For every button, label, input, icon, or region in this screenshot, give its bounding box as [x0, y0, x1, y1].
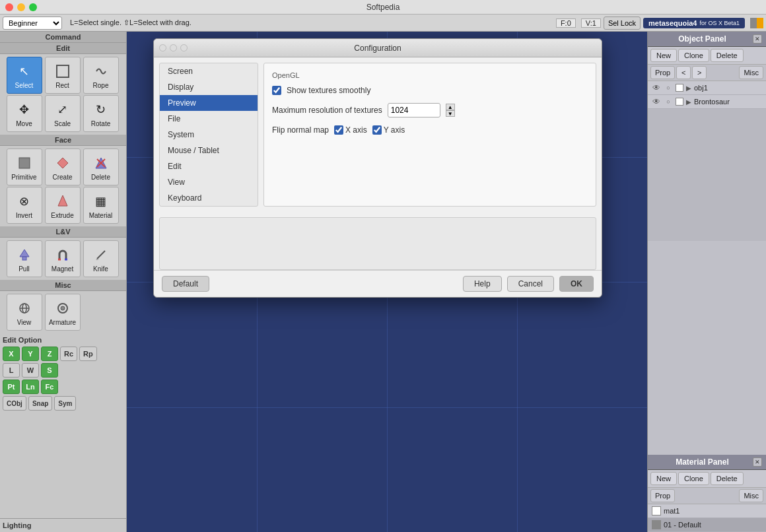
- nav-mouse-tablet[interactable]: Mouse / Tablet: [160, 143, 258, 158]
- material-prop-btn[interactable]: Prop: [650, 489, 675, 502]
- eye2-icon-obj1[interactable]: ○: [664, 83, 673, 92]
- material-delete-btn[interactable]: Delete: [711, 472, 744, 485]
- tool-view-label: View: [17, 319, 32, 326]
- cobj-btn[interactable]: CObj: [3, 396, 26, 411]
- minimize-button[interactable]: [17, 3, 25, 11]
- material-item-default[interactable]: 01 - Default: [648, 518, 766, 532]
- object-prop-btn[interactable]: Prop: [650, 66, 675, 79]
- tool-armature[interactable]: Armature: [45, 294, 81, 331]
- material-clone-btn[interactable]: Clone: [678, 472, 709, 485]
- ok-button[interactable]: OK: [559, 276, 594, 292]
- show-textures-checkbox[interactable]: [272, 86, 281, 95]
- y-axis-checkbox[interactable]: [372, 125, 382, 135]
- tool-rope[interactable]: Rope: [83, 57, 119, 94]
- tool-view[interactable]: View: [7, 294, 42, 331]
- tool-rect[interactable]: Rect: [45, 57, 81, 94]
- tool-invert[interactable]: ⊗ Invert: [7, 187, 42, 224]
- z-axis-btn[interactable]: Z: [41, 347, 58, 361]
- y-axis-btn[interactable]: Y: [22, 347, 39, 361]
- tool-rotate[interactable]: ↻ Rotate: [83, 95, 119, 132]
- material-panel-close[interactable]: ✕: [753, 457, 762, 467]
- cancel-button[interactable]: Cancel: [507, 276, 554, 292]
- tool-select[interactable]: ↖ Select: [7, 57, 42, 94]
- dialog-close-btn[interactable]: [159, 44, 166, 51]
- sel-lock-button[interactable]: Sel Lock: [604, 17, 641, 30]
- tool-move[interactable]: ✥ Move: [7, 95, 42, 132]
- help-button[interactable]: Help: [463, 276, 502, 292]
- s-btn[interactable]: S: [41, 363, 58, 378]
- eye-icon-obj1[interactable]: 👁: [652, 83, 661, 92]
- color-picker-icon[interactable]: [750, 18, 763, 28]
- material-item-mat1[interactable]: mat1: [648, 504, 766, 518]
- edit-option-row2: L W S: [3, 363, 123, 378]
- nav-display[interactable]: Display: [160, 79, 258, 95]
- tool-scale[interactable]: ⤢ Scale: [45, 95, 81, 132]
- max-res-input[interactable]: [388, 103, 440, 117]
- close-button[interactable]: [5, 3, 13, 11]
- object-item-brontosaur[interactable]: 👁 ○ ▶ Brontosaur: [648, 95, 766, 109]
- l-btn[interactable]: L: [3, 363, 20, 378]
- pt-btn[interactable]: Pt: [3, 380, 20, 394]
- window-controls[interactable]: [5, 3, 37, 11]
- nav-view[interactable]: View: [160, 174, 258, 190]
- object-panel-title: Object Panel: [652, 34, 753, 44]
- dialog-max-btn[interactable]: [180, 44, 188, 51]
- mode-select[interactable]: Beginner: [3, 17, 62, 30]
- center-viewport[interactable]: Configuration Screen Display Preview Fil…: [127, 32, 647, 532]
- object-item-obj1[interactable]: 👁 ○ ▶ obj1: [648, 81, 766, 95]
- tool-magnet[interactable]: Magnet: [45, 240, 81, 277]
- max-res-row: Maximum resolution of textures ▲ ▼: [272, 103, 588, 117]
- object-misc-btn[interactable]: Misc: [739, 66, 763, 79]
- nav-preview[interactable]: Preview: [160, 95, 258, 111]
- w-btn[interactable]: W: [22, 363, 39, 378]
- object-new-btn[interactable]: New: [650, 49, 677, 62]
- material-new-btn[interactable]: New: [650, 472, 677, 485]
- config-dialog[interactable]: Configuration Screen Display Preview Fil…: [153, 38, 602, 298]
- eye-icon-brontosaur[interactable]: 👁: [652, 97, 661, 106]
- snap-btn[interactable]: Snap: [28, 396, 52, 411]
- object-clone-btn[interactable]: Clone: [678, 49, 709, 62]
- tool-extrude[interactable]: Extrude: [45, 187, 81, 224]
- nav-file[interactable]: File: [160, 111, 258, 127]
- tool-move-label: Move: [16, 120, 32, 127]
- object-delete-btn[interactable]: Delete: [711, 49, 744, 62]
- tool-primitive[interactable]: Primitive: [7, 149, 42, 185]
- tool-pull[interactable]: Pull: [7, 240, 42, 277]
- default-button[interactable]: Default: [162, 276, 209, 292]
- dialog-min-btn[interactable]: [170, 44, 177, 51]
- tool-delete-face[interactable]: Delete: [83, 149, 119, 185]
- rc-btn[interactable]: Rc: [60, 347, 77, 361]
- x-axis-checkbox[interactable]: [334, 125, 343, 135]
- x-axis-btn[interactable]: X: [3, 347, 20, 361]
- f-value: F:0: [556, 18, 576, 28]
- spinner-up[interactable]: ▲: [446, 104, 455, 110]
- maximize-button[interactable]: [29, 3, 37, 11]
- tool-knife[interactable]: Knife: [83, 240, 119, 277]
- sym-btn[interactable]: Sym: [54, 396, 76, 411]
- dialog-window-controls[interactable]: [159, 44, 188, 51]
- svg-marker-7: [20, 249, 29, 257]
- tool-material[interactable]: ▦ Material: [83, 187, 119, 224]
- fc-btn[interactable]: Fc: [41, 380, 58, 394]
- ln-btn[interactable]: Ln: [22, 380, 39, 394]
- eye2-icon-brontosaur[interactable]: ○: [664, 97, 673, 106]
- res-spinner[interactable]: ▲ ▼: [446, 104, 455, 117]
- pull-icon: [15, 246, 34, 264]
- object-panel-close[interactable]: ✕: [753, 34, 762, 44]
- nav-edit[interactable]: Edit: [160, 158, 258, 174]
- object-prev-btn[interactable]: <: [676, 66, 691, 79]
- tool-create[interactable]: Create: [45, 149, 81, 185]
- spinner-down[interactable]: ▼: [446, 110, 455, 117]
- nav-keyboard[interactable]: Keyboard: [160, 190, 258, 206]
- check-brontosaur[interactable]: [676, 98, 683, 106]
- face-tools: Primitive Create Delete ⊗ Invert: [0, 146, 126, 226]
- rp-btn[interactable]: Rp: [79, 347, 97, 361]
- material-misc-btn[interactable]: Misc: [739, 489, 763, 502]
- move-icon: ✥: [15, 100, 34, 119]
- dialog-preview-area: [159, 217, 596, 270]
- check-obj1[interactable]: [676, 84, 683, 92]
- nav-screen[interactable]: Screen: [160, 63, 258, 79]
- dialog-titlebar: Configuration: [154, 39, 602, 57]
- object-next-btn[interactable]: >: [692, 66, 707, 79]
- nav-system[interactable]: System: [160, 127, 258, 143]
